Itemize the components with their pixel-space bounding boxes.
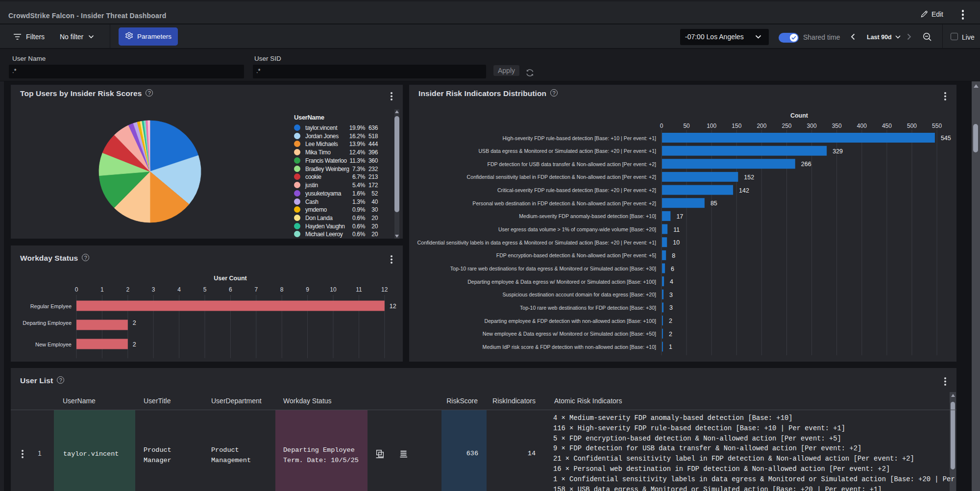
svg-text:1: 1 [100,286,104,293]
svg-text:7: 7 [254,286,258,293]
svg-text:100: 100 [707,123,716,129]
svg-text:350: 350 [832,123,842,129]
svg-text:10: 10 [330,286,337,293]
svg-text:Count: Count [790,112,808,119]
svg-text:FDP encryption-based detection: FDP encryption-based detection & Non-all… [496,252,656,258]
svg-text:2: 2 [133,341,136,348]
svg-text:FDP detection for USB data tra: FDP detection for USB data transfer & No… [487,161,656,167]
svg-text:3: 3 [152,286,155,293]
svg-text:0: 0 [660,123,663,129]
svg-text:400: 400 [857,123,867,129]
svg-text:8: 8 [280,286,284,293]
svg-text:Top-10 rare web destinations f: Top-10 rare web destinations for data eg… [450,266,656,271]
svg-text:9: 9 [306,286,309,293]
svg-text:250: 250 [782,123,791,129]
svg-text:Confidential sensitivity label: Confidential sensitivity label in FDP de… [467,174,656,180]
svg-text:152: 152 [744,174,754,181]
svg-text:0: 0 [75,286,78,293]
svg-text:2: 2 [133,319,136,326]
svg-text:4: 4 [670,278,673,285]
svg-text:85: 85 [710,200,717,207]
svg-text:Medium IdP risk score & FDP de: Medium IdP risk score & FDP detection wi… [483,344,656,350]
svg-text:50: 50 [683,123,690,129]
svg-text:High-severity FDP rule-based d: High-severity FDP rule-based detection [… [503,135,657,141]
svg-text:550: 550 [932,123,942,129]
svg-text:450: 450 [882,123,892,129]
svg-text:10: 10 [673,239,680,246]
svg-text:3: 3 [669,292,673,298]
svg-text:545: 545 [941,135,951,142]
svg-text:1: 1 [669,344,672,350]
svg-text:6: 6 [671,266,674,272]
svg-text:Personal web destination in FD: Personal web destination in FDP detectio… [472,200,656,206]
svg-text:500: 500 [907,123,917,129]
svg-text:150: 150 [732,123,741,129]
svg-text:New Employee: New Employee [35,342,72,347]
svg-text:2: 2 [126,286,129,293]
svg-text:New employee & Data egress w/: New employee & Data egress w/ Monitored … [483,331,656,337]
svg-text:12: 12 [390,303,396,310]
svg-text:User egress data volume > 1% o: User egress data volume > 1% of company-… [498,226,656,232]
svg-text:11: 11 [356,286,362,293]
svg-text:200: 200 [757,123,766,129]
svg-text:Departing employee & FDP detec: Departing employee & FDP detection with … [485,318,657,324]
svg-text:8: 8 [672,252,675,259]
svg-text:Top-10 rare web destinations f: Top-10 rare web destinations for FDP det… [520,305,656,311]
svg-text:Critical-severity FDP rule-bas: Critical-severity FDP rule-based detecti… [497,187,656,193]
svg-text:17: 17 [676,213,683,220]
svg-text:3: 3 [669,304,673,311]
svg-text:142: 142 [739,187,749,194]
svg-text:2: 2 [669,318,672,324]
svg-text:11: 11 [673,226,680,233]
svg-text:4: 4 [177,286,181,293]
svg-text:300: 300 [807,123,817,129]
svg-text:USB data egress & Monitored or: USB data egress & Monitored or Simulated… [478,148,656,154]
svg-text:329: 329 [833,148,843,155]
svg-text:2: 2 [669,331,672,338]
svg-text:6: 6 [229,286,232,293]
svg-text:266: 266 [801,161,811,168]
svg-text:User Count: User Count [214,275,247,282]
svg-text:Medium-severity FDP anomaly-ba: Medium-severity FDP anomaly-based detect… [519,213,656,219]
svg-text:Departing employee & Data egre: Departing employee & Data egress w/ Moni… [467,279,656,285]
svg-text:Regular Emplyee: Regular Emplyee [30,303,72,309]
svg-text:Departing Employee: Departing Employee [23,320,72,326]
svg-text:12: 12 [381,286,388,293]
svg-text:Confidential sensitivity label: Confidential sensitivity labels in data … [417,240,656,246]
svg-text:Suspicious destination account: Suspicious destination account domain fo… [502,292,656,297]
svg-text:5: 5 [203,286,207,293]
